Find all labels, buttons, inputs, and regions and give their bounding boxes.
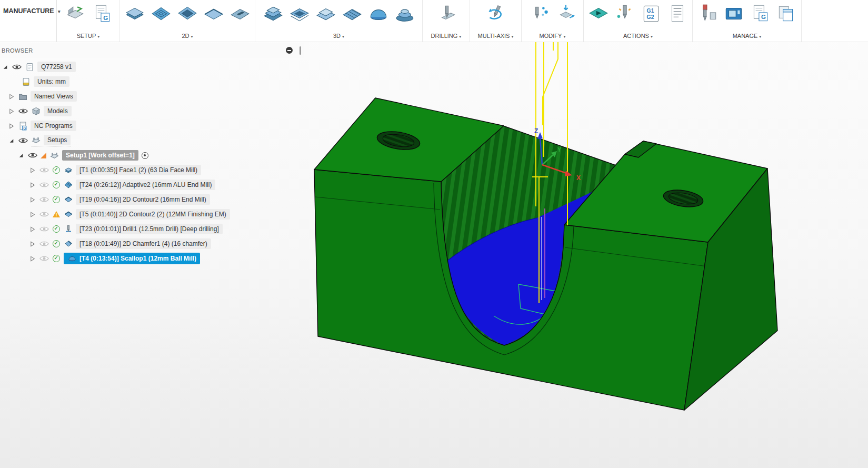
tree-item-operation[interactable]: [T23 (0:01:01)] Drill1 (12.5mm Drill) [D…	[0, 222, 304, 236]
tree-item-setup1[interactable]: Setup1 [Work offset=1]	[0, 148, 304, 163]
visibility-eye-icon[interactable]	[12, 64, 22, 70]
operation-label[interactable]: [T5 (0:01:40)] 2D Contour2 (2) (12MM Fin…	[76, 209, 230, 220]
chamfer-icon	[64, 240, 73, 248]
templates-icon[interactable]	[775, 2, 798, 26]
multi-axis-swarf-icon[interactable]	[484, 2, 507, 26]
expand-arrow-icon[interactable]	[2, 64, 8, 70]
status-ok-icon	[52, 196, 61, 203]
tree-item-models[interactable]: Models	[0, 104, 304, 118]
tree-item-units[interactable]: Units: mm	[0, 74, 304, 89]
tree-item-operation[interactable]: [T24 (0:26:12)] Adaptive2 (16mm ALU End …	[0, 177, 304, 192]
tool-library-icon[interactable]	[696, 2, 719, 26]
operation-selected-pill[interactable]: [T4 (0:13:54)] Scallop1 (12mm Ball Mill)	[64, 253, 200, 264]
toolbar-group-drilling: DRILLING	[423, 0, 470, 42]
toolbar-dropdown-drilling[interactable]: DRILLING	[431, 33, 462, 39]
expand-arrow-icon[interactable]	[29, 226, 36, 232]
visibility-eye-icon[interactable]	[39, 255, 49, 262]
workspace-tab[interactable]: MANUFACTURE	[0, 0, 57, 42]
setup-sheet-icon[interactable]	[666, 2, 689, 26]
tree-item-label[interactable]: Models	[44, 106, 72, 116]
3d-pocket-clearing-icon[interactable]	[288, 2, 311, 26]
expand-arrow-icon[interactable]	[29, 212, 36, 217]
machined-part	[314, 98, 777, 410]
tree-item-operation[interactable]: [T18 (0:01:49)] 2D Chamfer1 (4) (16 cham…	[0, 236, 304, 251]
new-setup-icon[interactable]	[64, 2, 87, 26]
3d-spiral-icon[interactable]	[393, 2, 416, 26]
tree-item-setups[interactable]: Setups	[0, 133, 304, 148]
toolbar-dropdown-modify[interactable]: MODIFY	[540, 33, 566, 39]
expand-arrow-icon[interactable]	[8, 94, 15, 99]
tree-item-label[interactable]: Units: mm	[34, 76, 69, 87]
visibility-eye-icon[interactable]	[39, 241, 49, 247]
operation-label[interactable]: [T24 (0:26:12)] Adaptive2 (16mm ALU End …	[76, 180, 215, 190]
expand-arrow-icon[interactable]	[29, 241, 36, 247]
panel-resize-handle[interactable]	[300, 46, 301, 55]
visibility-eye-icon[interactable]	[39, 211, 49, 217]
tree-item-label[interactable]: Named Views	[31, 91, 77, 102]
visibility-eye-icon[interactable]	[39, 196, 49, 203]
tree-item-named-views[interactable]: Named Views	[0, 89, 304, 104]
2d-face-icon[interactable]	[123, 2, 146, 26]
toolbar-dropdown-2d[interactable]: 2D	[182, 33, 193, 39]
3d-scallop-icon[interactable]	[367, 2, 390, 26]
visibility-eye-icon[interactable]	[18, 137, 28, 144]
tree-item-label[interactable]: NC Programs	[31, 121, 76, 131]
tree-item-nc-programs[interactable]: G NC Programs	[0, 118, 304, 133]
drill-icon[interactable]	[435, 2, 458, 26]
axis-z-label: Z	[534, 127, 538, 135]
modify-toolpath-icon[interactable]	[528, 2, 551, 26]
expand-arrow-icon[interactable]	[29, 182, 36, 188]
workspace-tab-label: MANUFACTURE	[3, 7, 54, 15]
operation-label[interactable]: [T19 (0:04:16)] 2D Contour2 (16mm End Mi…	[76, 194, 210, 205]
panel-minimize-icon[interactable]	[286, 47, 293, 54]
expand-arrow-icon[interactable]	[29, 167, 36, 173]
work-offset-radio-icon[interactable]	[142, 152, 148, 159]
toolbar-dropdown-setup[interactable]: SETUP	[77, 33, 100, 39]
expand-arrow-icon[interactable]	[29, 197, 36, 203]
expand-arrow-icon[interactable]	[29, 256, 36, 262]
toolbar-dropdown-actions[interactable]: ACTIONS	[623, 33, 653, 39]
axis-y-label: Y	[557, 146, 561, 153]
tree-item-root[interactable]: Q77258 v1	[0, 59, 304, 74]
expand-arrow-icon[interactable]	[8, 108, 15, 114]
tree-item-label[interactable]: Setups	[44, 135, 71, 145]
expand-arrow-icon[interactable]	[8, 123, 15, 129]
toolbar-dropdown-multi-axis[interactable]: MULTI-AXIS	[478, 33, 514, 39]
2d-adaptive-icon[interactable]	[149, 2, 173, 26]
operation-label[interactable]: [T23 (0:01:01)] Drill1 (12.5mm Drill) [D…	[76, 224, 223, 234]
tree-item-operation[interactable]: [T5 (0:01:40)] 2D Contour2 (2) (12MM Fin…	[0, 207, 304, 222]
active-setup-marker-icon	[41, 153, 46, 158]
tree-item-label[interactable]: Q77258 v1	[37, 62, 76, 72]
browser-header: BROWSER	[0, 43, 304, 58]
2d-contour-icon[interactable]	[202, 2, 225, 26]
document-icon	[25, 63, 34, 72]
operation-label[interactable]: [T1 (0:00:35)] Face1 (2) (63 Dia Face Mi…	[76, 165, 201, 175]
toolbar-dropdown-3d[interactable]: 3D	[333, 33, 344, 39]
simulate-icon[interactable]	[587, 2, 610, 26]
generate-toolpath-icon[interactable]	[613, 2, 636, 26]
post-library-icon[interactable]: G	[749, 2, 772, 26]
post-process-icon[interactable]: G1G2	[640, 2, 663, 26]
toolbar-dropdown-manage[interactable]: MANAGE	[733, 33, 762, 39]
nc-program-icon[interactable]: G	[90, 2, 113, 26]
tree-item-operation[interactable]: [T19 (0:04:16)] 2D Contour2 (16mm End Mi…	[0, 192, 304, 207]
visibility-eye-icon[interactable]	[27, 152, 37, 158]
visibility-eye-icon[interactable]	[39, 182, 49, 188]
expand-arrow-icon[interactable]	[18, 153, 24, 158]
expand-arrow-icon[interactable]	[8, 138, 15, 144]
2d-pocket-icon[interactable]	[176, 2, 199, 26]
3d-parallel-icon[interactable]	[341, 2, 364, 26]
setup-label[interactable]: Setup1 [Work offset=1]	[62, 150, 138, 161]
setup-icon	[49, 151, 59, 160]
2d-slot-icon[interactable]	[228, 2, 252, 26]
machine-library-icon[interactable]	[722, 2, 745, 26]
tree-item-operation-selected[interactable]: [T4 (0:13:54)] Scallop1 (12mm Ball Mill)	[0, 251, 304, 266]
3d-flat-icon[interactable]	[314, 2, 337, 26]
tree-item-operation[interactable]: [T1 (0:00:35)] Face1 (2) (63 Dia Face Mi…	[0, 163, 304, 177]
operation-label[interactable]: [T18 (0:01:49)] 2D Chamfer1 (4) (16 cham…	[76, 238, 211, 249]
visibility-eye-icon[interactable]	[39, 167, 49, 173]
visibility-eye-icon[interactable]	[18, 108, 28, 114]
transform-toolpath-icon[interactable]	[554, 2, 577, 26]
visibility-eye-icon[interactable]	[39, 226, 49, 232]
3d-adaptive-clearing-icon[interactable]	[262, 2, 285, 26]
